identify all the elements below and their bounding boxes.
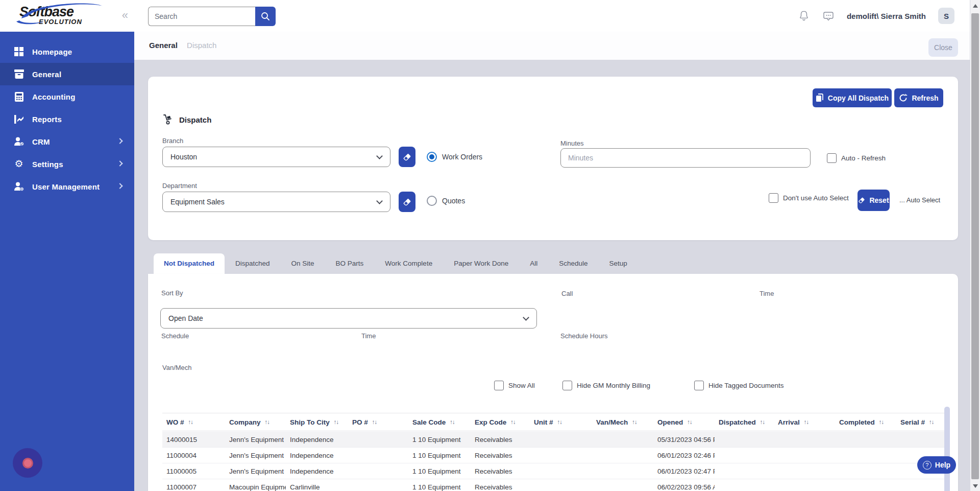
cell-po xyxy=(348,432,408,447)
branch-label: Branch xyxy=(162,137,183,145)
cell-dispatched xyxy=(715,463,774,479)
messages-chat-icon[interactable] xyxy=(822,10,835,22)
column-header-ship-to-city[interactable]: Ship To City↑↓ xyxy=(286,418,348,426)
table-row[interactable]: 11000004 Jenn's Equipment Co Independenc… xyxy=(162,448,945,463)
table-row[interactable]: 14000015 Jenn's Equipment Co Independenc… xyxy=(162,432,945,448)
scroll-up-icon[interactable] xyxy=(973,4,978,8)
sort-arrows-icon[interactable]: ↑↓ xyxy=(372,419,377,425)
checkbox-icon[interactable] xyxy=(494,381,504,390)
sidebar-item-settings[interactable]: ⚙ Settings xyxy=(0,153,134,175)
department-clear-button[interactable] xyxy=(399,192,415,212)
sort-by-dropdown[interactable]: Open Date xyxy=(160,308,537,329)
subheader: General Dispatch Close xyxy=(134,32,970,60)
sidebar-item-reports[interactable]: Reports xyxy=(0,108,134,130)
work-orders-radio[interactable]: Work Orders xyxy=(427,152,482,162)
sort-arrows-icon[interactable]: ↑↓ xyxy=(879,419,884,425)
refresh-button[interactable]: Refresh xyxy=(894,88,943,107)
cell-company: Jenn's Equipment Co xyxy=(225,448,286,463)
tab-not-dispatched[interactable]: Not Dispatched xyxy=(154,253,225,274)
branch-clear-button[interactable] xyxy=(399,147,415,167)
notifications-bell-icon[interactable] xyxy=(798,10,810,22)
column-header-wo[interactable]: WO #↑↓ xyxy=(162,418,225,426)
radio-unselected-icon xyxy=(427,196,437,206)
column-header-van-mech[interactable]: Van/Mech↑↓ xyxy=(592,418,653,426)
beacon-widget[interactable] xyxy=(13,448,42,478)
show-all-checkbox-row[interactable]: Show All xyxy=(494,381,535,390)
checkbox-icon[interactable] xyxy=(769,193,778,203)
tab-schedule[interactable]: Schedule xyxy=(548,253,598,274)
time-label: Time xyxy=(760,290,774,297)
scrollbar-thumb[interactable] xyxy=(971,13,979,479)
auto-refresh-checkbox-row[interactable]: Auto - Refresh xyxy=(827,153,886,163)
dispatch-panel: Copy All Dispatch Refresh Dispatch Branc… xyxy=(148,77,958,240)
help-button[interactable]: ? Help xyxy=(917,456,956,474)
column-header-opened[interactable]: Opened↑↓ xyxy=(653,418,715,426)
column-header-po[interactable]: PO #↑↓ xyxy=(348,418,408,426)
tab-setup[interactable]: Setup xyxy=(599,253,638,274)
breadcrumb-general[interactable]: General xyxy=(149,41,178,50)
column-label: Opened xyxy=(657,418,683,426)
app-root: Softbase EVOLUTION « Homepage General xyxy=(0,0,980,491)
sidebar-item-user-management[interactable]: User Management xyxy=(0,175,134,198)
refresh-icon xyxy=(899,93,908,102)
branch-dropdown[interactable]: Houston xyxy=(162,147,390,167)
sort-arrows-icon[interactable]: ↑↓ xyxy=(450,419,455,425)
page-scrollbar[interactable] xyxy=(970,0,980,491)
sort-arrows-icon[interactable]: ↑↓ xyxy=(687,419,692,425)
sort-arrows-icon[interactable]: ↑↓ xyxy=(188,419,193,425)
close-button[interactable]: Close xyxy=(928,38,958,57)
column-label: Arrival xyxy=(778,418,800,426)
table-row[interactable]: 11000005 Jenn's Equipment Co Independenc… xyxy=(162,463,945,479)
sort-arrows-icon[interactable]: ↑↓ xyxy=(557,419,562,425)
tab-work-complete[interactable]: Work Complete xyxy=(374,253,443,274)
sort-arrows-icon[interactable]: ↑↓ xyxy=(265,419,270,425)
sort-arrows-icon[interactable]: ↑↓ xyxy=(929,419,934,425)
sidebar-item-label: User Management xyxy=(32,182,100,191)
column-header-completed[interactable]: Completed↑↓ xyxy=(835,418,896,426)
search-input[interactable] xyxy=(148,7,255,26)
tab-paper-work-done[interactable]: Paper Work Done xyxy=(443,253,519,274)
sort-arrows-icon[interactable]: ↑↓ xyxy=(760,419,765,425)
department-value: Equipment Sales xyxy=(170,198,225,206)
hide-tagged-documents-checkbox-row[interactable]: Hide Tagged Documents xyxy=(694,381,784,390)
column-header-arrival[interactable]: Arrival↑↓ xyxy=(774,418,835,426)
table-vertical-scrollbar[interactable] xyxy=(944,407,950,491)
department-dropdown[interactable]: Equipment Sales xyxy=(162,192,390,212)
sidebar-item-accounting[interactable]: Accounting xyxy=(0,85,134,108)
copy-all-dispatch-button[interactable]: Copy All Dispatch xyxy=(813,88,892,107)
scroll-down-icon[interactable] xyxy=(973,484,978,488)
sidebar-item-homepage[interactable]: Homepage xyxy=(0,40,134,63)
tab-dispatched[interactable]: Dispatched xyxy=(225,253,281,274)
column-header-serial[interactable]: Serial #↑↓ xyxy=(896,418,941,426)
column-header-unit[interactable]: Unit #↑↓ xyxy=(530,418,592,426)
sidebar-item-general[interactable]: General xyxy=(0,63,134,85)
sidebar-collapse-icon[interactable]: « xyxy=(122,8,128,22)
minutes-input[interactable] xyxy=(560,148,811,168)
avatar[interactable]: S xyxy=(938,8,954,24)
checkbox-icon[interactable] xyxy=(694,381,704,390)
dont-use-auto-select-checkbox-row[interactable]: Don't use Auto Select xyxy=(769,193,849,203)
cell-exp-code: Receivables xyxy=(471,448,530,463)
column-header-company[interactable]: Company↑↓ xyxy=(225,418,286,426)
column-header-sale-code[interactable]: Sale Code↑↓ xyxy=(408,418,471,426)
sidebar-item-crm[interactable]: CRM xyxy=(0,130,134,153)
cell-arrival xyxy=(774,479,835,491)
reset-button[interactable]: Reset xyxy=(857,190,890,211)
column-header-exp-code[interactable]: Exp Code↑↓ xyxy=(471,418,530,426)
search-button[interactable] xyxy=(255,7,276,26)
user-name[interactable]: demolift\ Sierra Smith xyxy=(847,12,926,20)
sort-arrows-icon[interactable]: ↑↓ xyxy=(334,419,339,425)
checkbox-icon[interactable] xyxy=(562,381,572,390)
tab-bo-parts[interactable]: BO Parts xyxy=(325,253,375,274)
table-row[interactable]: 11000007 Macoupin Equipment Carlinville … xyxy=(162,479,945,491)
tab-all[interactable]: All xyxy=(519,253,548,274)
sort-arrows-icon[interactable]: ↑↓ xyxy=(804,419,809,425)
hide-gm-monthly-billing-checkbox-row[interactable]: Hide GM Monthly Billing xyxy=(562,381,650,390)
quotes-radio[interactable]: Quotes xyxy=(427,196,465,206)
tab-on-site[interactable]: On Site xyxy=(281,253,325,274)
column-header-dispatched[interactable]: Dispatched↑↓ xyxy=(715,418,774,426)
sort-arrows-icon[interactable]: ↑↓ xyxy=(510,419,516,425)
checkbox-icon[interactable] xyxy=(827,153,837,163)
breadcrumb-dispatch[interactable]: Dispatch xyxy=(187,41,216,50)
sort-arrows-icon[interactable]: ↑↓ xyxy=(632,419,637,425)
